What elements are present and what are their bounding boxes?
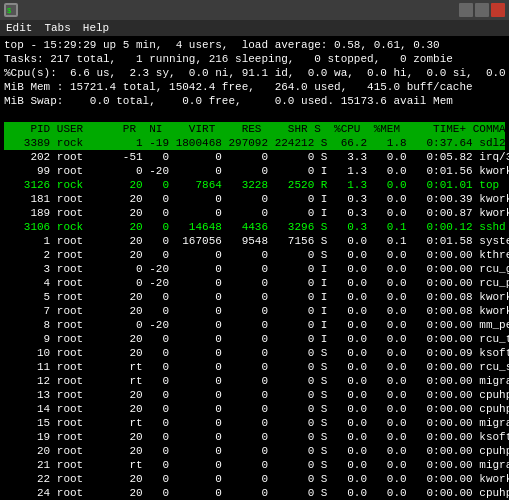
close-button[interactable] [491,3,505,17]
terminal-content: top - 15:29:29 up 5 min, 4 users, load a… [0,36,509,500]
terminal-icon: $ [4,3,18,17]
table-row: 2 root 20 0 0 0 0 S 0.0 0.0 0:00.00 kthr… [4,248,505,262]
table-row: 9 root 20 0 0 0 0 I 0.0 0.0 0:00.00 rcu_… [4,332,505,346]
table-row: 1 root 20 0 167056 9548 7156 S 0.0 0.1 0… [4,234,505,248]
table-row: 181 root 20 0 0 0 0 I 0.3 0.0 0:00.39 kw… [4,192,505,206]
svg-text:$: $ [7,7,11,15]
table-row: 3106 rock 20 0 14648 4436 3296 S 0.3 0.1… [4,220,505,234]
menu-bar: Edit Tabs Help [0,20,509,36]
minimize-button[interactable] [459,3,473,17]
empty-line [4,108,505,122]
maximize-button[interactable] [475,3,489,17]
table-row: 15 root rt 0 0 0 0 S 0.0 0.0 0:00.00 mig… [4,416,505,430]
table-row: 3389 rock 1 -19 1800468 297092 224212 S … [4,136,505,150]
title-bar: $ [0,0,509,20]
table-row: 3126 rock 20 0 7864 3228 2520 R 1.3 0.0 … [4,178,505,192]
table-row: 20 root 20 0 0 0 0 S 0.0 0.0 0:00.00 cpu… [4,444,505,458]
stat-line-4: MiB Mem : 15721.4 total, 15042.4 free, 2… [4,80,505,94]
table-row: 22 root 20 0 0 0 0 S 0.0 0.0 0:00.00 kwo… [4,472,505,486]
stat-line-5: MiB Swap: 0.0 total, 0.0 free, 0.0 used.… [4,94,505,108]
stat-line-1: top - 15:29:29 up 5 min, 4 users, load a… [4,38,505,52]
table-row: 13 root 20 0 0 0 0 S 0.0 0.0 0:00.00 cpu… [4,388,505,402]
table-row: 5 root 20 0 0 0 0 I 0.0 0.0 0:00.08 kwor… [4,290,505,304]
table-header-row: PID USER PR NI VIRT RES SHR S %CPU %MEM … [4,122,505,136]
table-row: 99 root 0 -20 0 0 0 I 1.3 0.0 0:01.56 kw… [4,164,505,178]
menu-tabs[interactable]: Tabs [42,22,72,34]
table-row: 202 root -51 0 0 0 0 S 3.3 0.0 0:05.82 i… [4,150,505,164]
stat-line-3: %Cpu(s): 6.6 us, 2.3 sy, 0.0 ni, 91.1 id… [4,66,505,80]
table-row: 3 root 0 -20 0 0 0 I 0.0 0.0 0:00.00 rcu… [4,262,505,276]
table-row: 11 root rt 0 0 0 0 S 0.0 0.0 0:00.00 rcu… [4,360,505,374]
table-row: 189 root 20 0 0 0 0 I 0.3 0.0 0:00.87 kw… [4,206,505,220]
stat-line-2: Tasks: 217 total, 1 running, 216 sleepin… [4,52,505,66]
table-row: 8 root 0 -20 0 0 0 I 0.0 0.0 0:00.00 mm_… [4,318,505,332]
menu-edit[interactable]: Edit [4,22,34,34]
menu-help[interactable]: Help [81,22,111,34]
table-row: 12 root rt 0 0 0 0 S 0.0 0.0 0:00.00 mig… [4,374,505,388]
table-row: 19 root 20 0 0 0 0 S 0.0 0.0 0:00.00 kso… [4,430,505,444]
window-controls [459,3,505,17]
table-row: 4 root 0 -20 0 0 0 I 0.0 0.0 0:00.00 rcu… [4,276,505,290]
table-row: 21 root rt 0 0 0 0 S 0.0 0.0 0:00.00 mig… [4,458,505,472]
process-table: 3389 rock 1 -19 1800468 297092 224212 S … [4,136,505,500]
table-row: 24 root 20 0 0 0 0 S 0.0 0.0 0:00.00 cpu… [4,486,505,500]
table-row: 14 root 20 0 0 0 0 S 0.0 0.0 0:00.00 cpu… [4,402,505,416]
table-row: 7 root 20 0 0 0 0 I 0.0 0.0 0:00.08 kwor… [4,304,505,318]
table-row: 10 root 20 0 0 0 0 S 0.0 0.0 0:00.09 kso… [4,346,505,360]
